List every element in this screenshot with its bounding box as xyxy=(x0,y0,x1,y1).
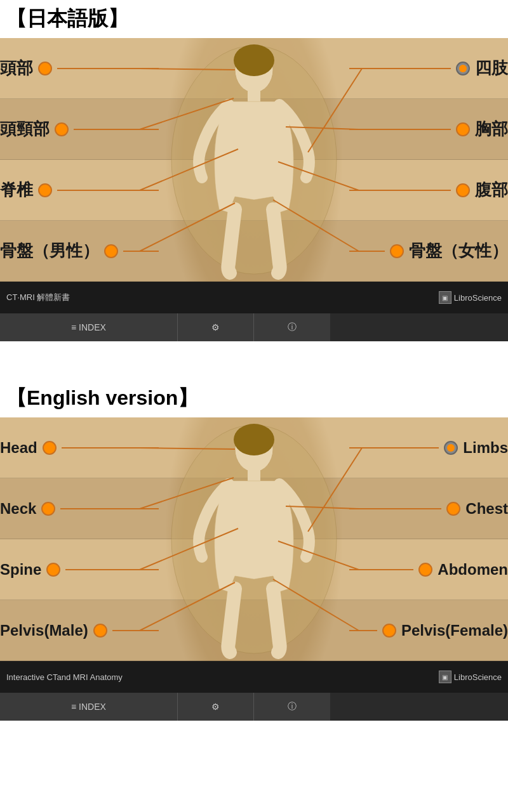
label-limbs-en: Limbs xyxy=(463,439,508,457)
english-title: 【English version】 xyxy=(0,379,508,417)
english-toolbar: ≡ INDEX ⚙ ⓘ xyxy=(0,693,508,721)
line-head-en xyxy=(62,447,159,449)
brand-jp: ▣ LibroScience xyxy=(439,291,502,304)
brand-name-jp: LibroScience xyxy=(454,293,502,303)
english-section: 【English version】 Head xyxy=(0,379,508,721)
index-button-jp[interactable]: ≡ INDEX xyxy=(0,313,178,341)
settings-button-jp[interactable]: ⚙ xyxy=(178,313,254,341)
dot-chest-en xyxy=(446,502,460,516)
dot-limbs-en xyxy=(444,441,458,455)
line-neck-en xyxy=(60,508,159,509)
table-row[interactable]: Head Limbs xyxy=(0,417,508,478)
dot-neck-jp xyxy=(55,122,69,136)
line-pelvis-male-jp xyxy=(123,251,159,252)
dot-abdomen-jp xyxy=(456,183,470,197)
index-button-en[interactable]: ≡ INDEX xyxy=(0,693,178,721)
dot-neck-en xyxy=(41,502,55,516)
label-head-jp: 頭部 xyxy=(0,57,33,79)
dot-pelvis-male-jp xyxy=(104,244,118,258)
info-button-en[interactable]: ⓘ xyxy=(254,693,330,721)
line-pelvis-male-en xyxy=(112,630,159,631)
settings-button-en[interactable]: ⚙ xyxy=(178,693,254,721)
label-pelvis-female-jp: 骨盤（女性） xyxy=(409,240,508,262)
line-abdomen-jp xyxy=(349,190,451,191)
section-gap xyxy=(0,341,508,379)
label-neck-en: Neck xyxy=(0,500,36,518)
japanese-title: 【日本語版】 xyxy=(0,0,508,38)
label-chest-jp: 胸部 xyxy=(475,118,508,140)
english-panel: Head Limbs Neck xyxy=(0,417,508,721)
label-abdomen-en: Abdomen xyxy=(438,561,508,579)
label-chest-en: Chest xyxy=(465,500,508,518)
info-button-jp[interactable]: ⓘ xyxy=(254,313,330,341)
english-footer: Interactive CTand MRI Anatomy ▣ LibroSci… xyxy=(0,661,508,693)
dot-pelvis-female-en xyxy=(382,624,396,638)
table-row[interactable]: Spine Abdomen xyxy=(0,539,508,600)
dot-limbs-jp xyxy=(456,62,470,75)
dot-head-jp xyxy=(38,62,52,75)
japanese-section: 【日本語版】 頭部 四肢 xyxy=(0,0,508,341)
line-spine-jp xyxy=(57,190,159,191)
table-row[interactable]: Neck Chest xyxy=(0,478,508,539)
app-name-jp: CT·MRI 解體新書 xyxy=(6,292,434,303)
line-limbs-jp xyxy=(349,68,451,69)
dot-abdomen-en xyxy=(418,563,432,577)
brand-en: ▣ LibroScience xyxy=(439,671,502,683)
table-row[interactable]: 骨盤（男性） 骨盤（女性） xyxy=(0,221,508,282)
dot-spine-jp xyxy=(38,183,52,197)
line-neck-jp xyxy=(74,129,159,130)
japanese-toolbar: ≡ INDEX ⚙ ⓘ xyxy=(0,313,508,341)
table-row[interactable]: 頭頸部 胸部 xyxy=(0,99,508,160)
line-chest-jp xyxy=(349,129,451,130)
brand-icon-jp: ▣ xyxy=(439,291,451,304)
brand-icon-en: ▣ xyxy=(439,671,451,683)
dot-pelvis-female-jp xyxy=(390,244,404,258)
japanese-panel: 頭部 四肢 頭頸部 xyxy=(0,38,508,341)
app-name-en: Interactive CTand MRI Anatomy xyxy=(6,672,434,682)
label-head-en: Head xyxy=(0,439,37,457)
label-pelvis-female-en: Pelvis(Female) xyxy=(401,622,508,639)
label-spine-en: Spine xyxy=(0,561,41,579)
line-pelvis-female-jp xyxy=(349,251,385,252)
label-limbs-jp: 四肢 xyxy=(475,57,508,79)
line-chest-en xyxy=(349,508,441,509)
label-abdomen-jp: 腹部 xyxy=(475,179,508,201)
dot-pelvis-male-en xyxy=(93,624,107,638)
dot-spine-en xyxy=(46,563,60,577)
label-spine-jp: 脊椎 xyxy=(0,179,33,201)
line-abdomen-en xyxy=(349,569,413,570)
label-neck-jp: 頭頸部 xyxy=(0,118,50,140)
english-rows: Head Limbs Neck xyxy=(0,417,508,661)
japanese-footer: CT·MRI 解體新書 ▣ LibroScience xyxy=(0,282,508,313)
label-pelvis-male-en: Pelvis(Male) xyxy=(0,622,88,639)
table-row[interactable]: Pelvis(Male) Pelvis(Female) xyxy=(0,600,508,661)
line-limbs-en xyxy=(349,447,439,449)
dot-head-en xyxy=(43,441,57,455)
brand-name-en: LibroScience xyxy=(454,672,502,682)
line-pelvis-female-en xyxy=(349,630,377,631)
table-row[interactable]: 頭部 四肢 xyxy=(0,38,508,99)
japanese-rows: 頭部 四肢 頭頸部 xyxy=(0,38,508,282)
table-row[interactable]: 脊椎 腹部 xyxy=(0,160,508,221)
line-head-jp xyxy=(57,68,159,69)
dot-chest-jp xyxy=(456,122,470,136)
label-pelvis-male-jp: 骨盤（男性） xyxy=(0,240,99,262)
line-spine-en xyxy=(65,569,159,570)
